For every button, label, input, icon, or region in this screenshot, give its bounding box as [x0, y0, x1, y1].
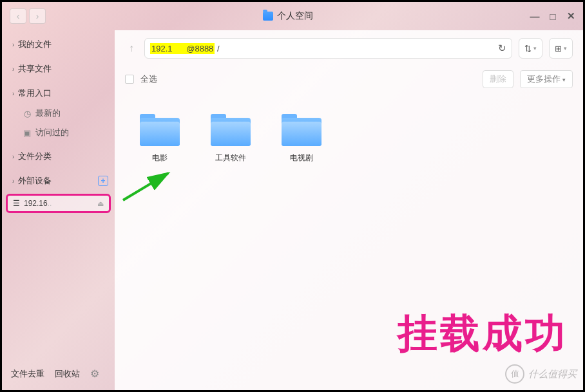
- camera-icon: ▣: [23, 128, 32, 137]
- chevron-right-icon: ›: [12, 66, 14, 73]
- sidebar-item-recent[interactable]: ◷ 最新的: [2, 104, 115, 123]
- sidebar-section-external[interactable]: › 外部设备 +: [2, 171, 115, 191]
- settings-icon[interactable]: ⚙: [90, 368, 99, 380]
- chevron-right-icon: ›: [12, 178, 14, 185]
- window-title-text: 个人空间: [277, 10, 313, 22]
- sidebar-section-common[interactable]: › 常用入口: [2, 83, 115, 104]
- select-all-checkbox[interactable]: [125, 75, 134, 84]
- folder-item[interactable]: 电视剧: [276, 114, 327, 163]
- select-all-label: 全选: [140, 73, 157, 85]
- address-bar[interactable]: 192.1 @8888 / ↻: [144, 38, 512, 59]
- sidebar-item-visited[interactable]: ▣ 访问过的: [2, 123, 115, 142]
- window-title: 个人空间: [46, 10, 530, 22]
- folder-item[interactable]: 电影: [134, 114, 186, 163]
- chevron-right-icon: ›: [12, 41, 14, 48]
- chevron-right-icon: ›: [12, 90, 14, 97]
- sidebar-section-my-files[interactable]: › 我的文件: [2, 34, 115, 55]
- folder-label: 工具软件: [215, 153, 246, 163]
- add-device-button[interactable]: +: [98, 176, 108, 186]
- folder-item[interactable]: 工具软件: [205, 114, 256, 163]
- sidebar-recycle-button[interactable]: 回收站: [55, 368, 80, 380]
- device-label: 192.16..: [24, 199, 52, 208]
- folder-icon: [211, 114, 251, 146]
- maximize-button[interactable]: □: [548, 12, 557, 21]
- clock-icon: ◷: [23, 109, 32, 118]
- chevron-down-icon: ▾: [562, 77, 566, 83]
- sort-icon: ⇅: [524, 44, 532, 53]
- nav-back-button[interactable]: ‹: [10, 8, 26, 24]
- delete-button[interactable]: 删除: [483, 70, 513, 88]
- sidebar: › 我的文件 › 共享文件 › 常用入口 ◷ 最新的: [2, 30, 115, 390]
- folder-icon: [140, 114, 180, 146]
- more-actions-button[interactable]: 更多操作▾: [520, 70, 573, 88]
- folder-label: 电视剧: [290, 153, 313, 163]
- sidebar-dedupe-button[interactable]: 文件去重: [11, 368, 44, 380]
- device-icon: ☰: [13, 199, 20, 208]
- chevron-down-icon: ▾: [564, 45, 567, 51]
- file-grid: 电影 工具软件 电视剧: [115, 95, 583, 390]
- close-button[interactable]: ✕: [566, 12, 575, 21]
- sort-button[interactable]: ⇅▾: [519, 38, 542, 59]
- sidebar-section-shared[interactable]: › 共享文件: [2, 59, 115, 79]
- chevron-right-icon: ›: [12, 153, 14, 160]
- eject-icon[interactable]: ⏏: [97, 200, 104, 208]
- folder-icon: [282, 114, 321, 146]
- up-directory-button[interactable]: ↑: [125, 42, 138, 55]
- nav-forward-button[interactable]: ›: [29, 8, 46, 24]
- minimize-button[interactable]: —: [530, 12, 539, 21]
- address-text: 192.1 @8888 /: [150, 44, 220, 53]
- refresh-icon[interactable]: ↻: [498, 42, 506, 54]
- grid-icon: ⊞: [555, 44, 562, 53]
- chevron-down-icon: ▾: [533, 45, 537, 51]
- folder-icon: [263, 12, 273, 21]
- sidebar-section-categories[interactable]: › 文件分类: [2, 146, 115, 167]
- sidebar-device-item[interactable]: ☰ 192.16.. ⏏: [6, 194, 111, 213]
- folder-label: 电影: [152, 153, 168, 163]
- view-button[interactable]: ⊞▾: [549, 38, 573, 59]
